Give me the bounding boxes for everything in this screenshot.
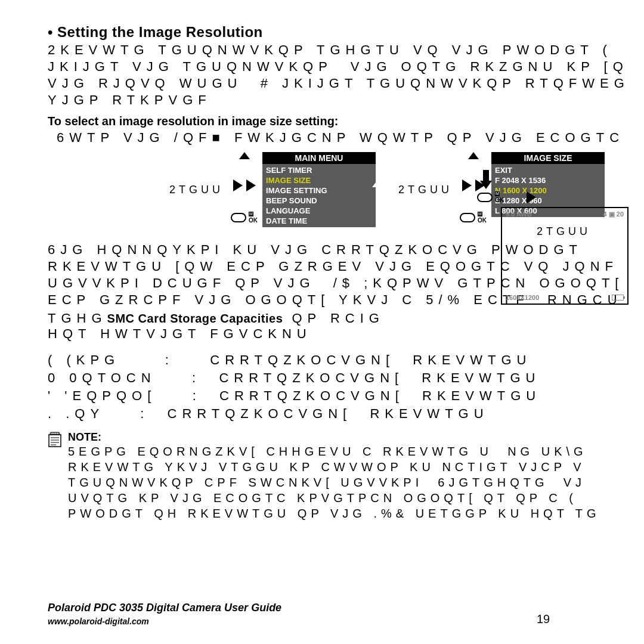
main-menu-item: IMAGE SIZE — [266, 175, 372, 185]
bold-mid: SMC Card Storage Capacities — [107, 312, 283, 325]
battery-icon — [612, 295, 624, 301]
right-arrow-icon — [246, 179, 256, 191]
prefix-text: TGHG — [48, 311, 107, 326]
shot-top-right: 4 ▣ 20 — [603, 210, 624, 218]
step-line: 6WTP VJG /QF■ FWKJGCNP WQWTP QP VJG ECOG… — [48, 129, 644, 146]
right-arrow-icon — [233, 179, 243, 191]
scroll-up-icon — [372, 180, 383, 187]
up-arrow-icon — [239, 152, 250, 159]
press-label-1: 2TGUU — [169, 184, 224, 196]
m-label: M — [478, 212, 482, 216]
note-label: NOTE: — [68, 431, 600, 444]
shot-top-left: 9.0 AWB — [506, 210, 532, 218]
footer-title: Polaroid PDC 3035 Digital Camera User Gu… — [48, 602, 281, 614]
lcd-preview: 9.0 AWB 4 ▣ 20 1600X1200 — [501, 207, 628, 305]
image-size-title: IMAGE SIZE — [491, 152, 605, 164]
subheading: To select an image resolution in image s… — [48, 114, 644, 128]
main-menu-item: BEEP SOUND — [266, 196, 372, 206]
right-arrow-icon — [462, 179, 472, 191]
paragraph-1: 2KEVWTG TGUQNWVKQP TGHGTU VQ VJG PWODGT … — [48, 42, 644, 109]
main-menu-item: IMAGE SETTING — [266, 185, 372, 196]
shot-resolution: 1600X1200 — [506, 294, 539, 301]
section-title: • Setting the Image Resolution — [48, 24, 644, 41]
ok-button-icon — [477, 193, 493, 202]
ok-label: OK — [478, 217, 487, 224]
note-body: 5EGPG EQORNGZKV[ CHHGEVU C RKEVWTG U NG … — [68, 444, 600, 521]
note-icon — [48, 431, 62, 521]
press-label-2: 2TGUU — [398, 184, 453, 196]
main-menu-item: SELF TIMER — [266, 165, 372, 175]
ok-button-icon — [231, 213, 246, 222]
footer-url: www.polaroid-digital.com — [48, 617, 281, 626]
right-arrow-icon — [527, 191, 536, 203]
up-arrow-icon — [468, 152, 479, 159]
down-corner-arrow-icon — [483, 170, 495, 188]
m-label: M — [495, 191, 500, 196]
footer: Polaroid PDC 3035 Digital Camera User Gu… — [48, 602, 281, 626]
main-menu-panel: MAIN MENU SELF TIMERIMAGE SIZEIMAGE SETT… — [262, 152, 376, 227]
main-menu-item: LANGUAGE — [266, 206, 372, 216]
capacity-list: ( (KPG : CRRTQZKOCVGN[ RKEVWTGU 0 0QTOCN… — [48, 351, 644, 423]
page-number: 19 — [537, 612, 550, 626]
main-menu-item: DATE TIME — [266, 216, 372, 226]
main-menu-title: MAIN MENU — [262, 152, 376, 164]
ok-label: OK — [495, 197, 504, 203]
ok-label: OK — [249, 217, 258, 224]
ok-button-icon — [460, 213, 475, 222]
m-label: M — [249, 212, 253, 216]
